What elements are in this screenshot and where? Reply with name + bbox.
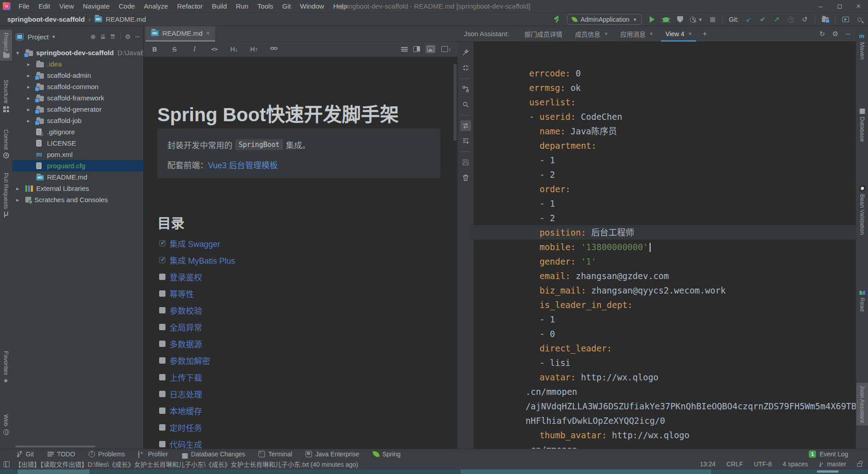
checkbox-icon[interactable] <box>159 374 165 380</box>
json-tree-view[interactable]: - errcode 0 - errmsg ok - userlist - use… <box>470 42 856 449</box>
tree-row[interactable]: scaffold-admin <box>13 70 143 81</box>
event-log-button[interactable]: 1 Event Log <box>809 450 848 458</box>
locate-file-icon[interactable]: ⊕ <box>90 33 96 40</box>
toolbar-tab-problems[interactable]: Problems <box>89 450 125 458</box>
collapse-icon[interactable] <box>460 62 471 73</box>
vertical-scrollbar[interactable] <box>453 64 457 141</box>
tree-row[interactable]: scaffold-common <box>13 81 143 92</box>
chevron-icon[interactable] <box>16 197 25 203</box>
checkbox-icon[interactable] <box>159 408 165 414</box>
toc-link[interactable]: 参数校验 <box>170 304 202 316</box>
strikethrough-button[interactable]: S <box>170 46 179 53</box>
toolbar-tab-todo[interactable]: TODO <box>47 450 75 458</box>
header-down-button[interactable]: H↓ <box>230 46 239 53</box>
json-tab[interactable]: 成员信息 × <box>569 26 614 42</box>
trash-icon[interactable] <box>460 172 471 183</box>
sidebar-tab-pull-requests[interactable]: Pull Requests <box>0 170 12 220</box>
checkbox-icon[interactable] <box>159 424 165 431</box>
sidebar-tab-maven[interactable]: m Maven <box>856 31 868 62</box>
menu-item[interactable]: Window <box>296 0 329 12</box>
menu-item[interactable]: Build <box>207 0 231 12</box>
gear-icon[interactable]: ⚙ <box>125 33 131 40</box>
coverage-button[interactable] <box>676 15 684 24</box>
menu-item[interactable]: Analyze <box>139 0 172 12</box>
maximize-button[interactable] <box>830 0 849 13</box>
toc-link[interactable]: 集成 Swagger <box>170 237 220 249</box>
json-line[interactable]: - errcode 0 <box>470 52 856 66</box>
editor-only-view-icon[interactable] <box>401 46 408 52</box>
checkbox-icon[interactable] <box>159 391 165 397</box>
sidebar-tab-read[interactable]: Read <box>856 288 868 314</box>
auto-scroll-icon[interactable]: ↕ <box>441 46 452 52</box>
sidebar-tab-json-assistant[interactable]: Json Assistant <box>856 383 868 426</box>
chevron-icon[interactable] <box>27 61 36 67</box>
checkbox-icon[interactable] <box>159 441 165 447</box>
git-branch-widget[interactable]: master <box>819 460 846 468</box>
tree-row[interactable]: pom.xml <box>13 149 143 160</box>
bold-button[interactable]: B <box>150 46 159 53</box>
encoding-widget[interactable]: UTF-8 <box>754 460 772 468</box>
tree-row[interactable]: LICENSE <box>13 137 143 149</box>
menu-item[interactable]: Tools <box>253 0 278 12</box>
horizontal-scrollbar[interactable] <box>15 446 95 447</box>
toolbar-tab-git[interactable]: Git <box>16 450 34 458</box>
tree-row[interactable]: scaffold-framework <box>13 92 143 104</box>
editor-columns-icon[interactable] <box>4 461 9 467</box>
hide-panel-icon[interactable]: ─ <box>845 30 850 38</box>
lock-icon[interactable] <box>857 463 862 467</box>
minimize-button[interactable]: ─ <box>811 0 830 13</box>
checkbox-icon[interactable] <box>159 274 165 280</box>
menu-item[interactable]: Git <box>278 0 295 12</box>
json-tab[interactable]: 部门成员详情 × <box>518 26 569 42</box>
sidebar-tab-commit[interactable]: Commit <box>0 127 12 161</box>
toc-link[interactable]: 参数加解密 <box>170 355 210 366</box>
menu-item[interactable]: Edit <box>34 0 55 12</box>
toc-link[interactable]: 多数据源 <box>170 338 202 350</box>
collapse-all-icon[interactable]: ⇈ <box>110 33 116 40</box>
save-icon[interactable] <box>460 157 471 168</box>
toc-link[interactable]: 全局异常 <box>170 321 202 333</box>
stop-button[interactable] <box>708 15 717 24</box>
add-tab-button[interactable]: + <box>698 29 712 38</box>
sidebar-tab-bean-validation[interactable]: Bean Validation <box>856 183 868 237</box>
toc-link[interactable]: 集成 MyBatis Plus <box>170 254 235 266</box>
build-hammer-icon[interactable] <box>553 15 561 24</box>
project-folders-icon[interactable] <box>821 15 829 24</box>
beautify-icon[interactable] <box>460 47 471 58</box>
checkbox-icon[interactable] <box>159 290 165 297</box>
tree-row[interactable]: External Libraries <box>13 183 143 194</box>
tree-row[interactable]: .idea <box>13 58 143 70</box>
run-anything-icon[interactable] <box>841 15 849 24</box>
breadcrumb-file[interactable]: README.md <box>106 15 146 23</box>
code-button[interactable]: <> <box>210 46 219 52</box>
tree-row[interactable]: scaffold-job <box>13 115 143 126</box>
sidebar-tab-project[interactable]: Project <box>0 30 12 61</box>
search-everywhere-icon[interactable] <box>855 15 863 24</box>
menu-item[interactable]: Help <box>329 0 352 12</box>
toc-link[interactable]: 日志处理 <box>170 388 202 400</box>
git-push-icon[interactable]: ↗ <box>773 15 781 24</box>
checkbox-icon[interactable] <box>159 307 165 313</box>
menu-item[interactable]: Run <box>231 0 253 12</box>
breadcrumb-project[interactable]: springboot-dev-scaffold <box>7 15 85 23</box>
preview-only-view-selected[interactable] <box>425 45 436 53</box>
checkbox-icon[interactable] <box>159 240 165 246</box>
link-button[interactable] <box>269 45 278 53</box>
sidebar-tab-database[interactable]: Database <box>856 106 868 145</box>
tree-row[interactable]: scaffold-generator <box>13 104 143 115</box>
checkbox-icon[interactable] <box>159 257 165 263</box>
toolbar-tab-database-changes[interactable]: Database Changes <box>182 450 245 458</box>
toolbar-tab-java-enterprise[interactable]: Java Enterprise <box>306 450 359 458</box>
convert-icon[interactable] <box>460 120 471 131</box>
close-icon[interactable]: × <box>206 30 210 37</box>
run-button[interactable] <box>648 15 656 24</box>
toc-link[interactable]: 登录鉴权 <box>170 271 202 283</box>
italic-button[interactable]: I <box>190 46 199 53</box>
chevron-icon[interactable] <box>16 185 25 192</box>
tree-row[interactable]: Scratches and Consoles <box>13 194 143 205</box>
checkbox-icon[interactable] <box>159 324 165 330</box>
toolbar-tab-spring[interactable]: Spring <box>373 450 401 458</box>
sidebar-tab-structure[interactable]: Structure <box>0 77 12 115</box>
close-icon[interactable]: × <box>689 31 692 37</box>
debug-button[interactable] <box>662 15 670 24</box>
